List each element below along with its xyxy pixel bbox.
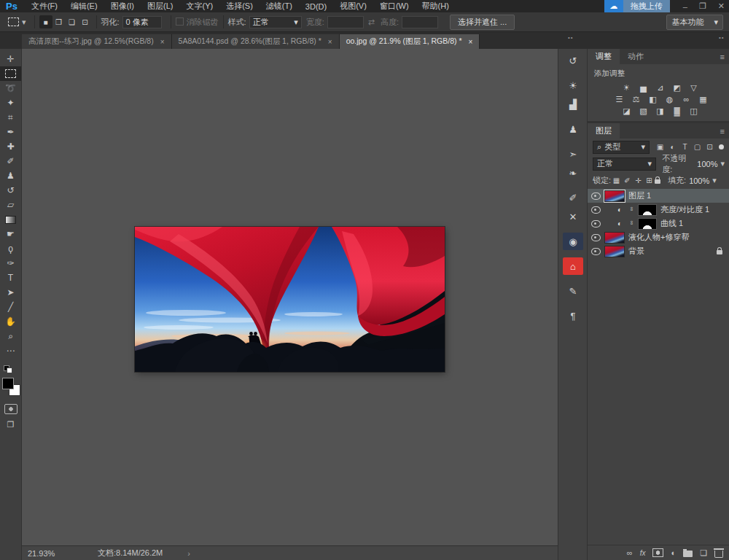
quick-mask-button[interactable] bbox=[4, 404, 17, 414]
mask-link-icon[interactable]: ∞ bbox=[628, 207, 635, 213]
default-colors-icon[interactable] bbox=[2, 365, 20, 372]
tab-document-3-active[interactable]: oo.jpg @ 21.9% (图层 1, RGB/8) *× bbox=[340, 34, 480, 49]
opacity-value[interactable]: 100% bbox=[697, 160, 717, 168]
pen-tool[interactable]: ✑ bbox=[0, 256, 21, 271]
actions-panel-icon[interactable]: ➣ bbox=[563, 145, 583, 163]
filter-pixel-layers-icon[interactable]: ▣ bbox=[654, 143, 666, 151]
tab-document-2[interactable]: 5A8A0144.psd @ 28.6%(图层 1, RGB/8) *× bbox=[172, 34, 340, 49]
menu-file[interactable]: 文件(F) bbox=[25, 0, 64, 12]
visibility-eye-icon[interactable] bbox=[591, 248, 601, 255]
minimize-button[interactable]: – bbox=[683, 2, 687, 11]
filter-smart-objects-icon[interactable]: ⊡ bbox=[703, 143, 716, 151]
panel-menu-icon[interactable]: ≡ bbox=[720, 127, 725, 136]
black-white-icon[interactable]: ◧ bbox=[644, 93, 661, 105]
crop-tool[interactable]: ⌗ bbox=[0, 110, 21, 125]
selective-color-icon[interactable]: ◫ bbox=[685, 105, 702, 117]
mask-link-icon[interactable]: ∞ bbox=[628, 221, 635, 227]
eyedropper-tool[interactable]: ✒ bbox=[0, 125, 21, 139]
blend-mode-select[interactable]: 正常 ▾ bbox=[593, 158, 656, 171]
history-brush-tool[interactable]: ↺ bbox=[0, 183, 21, 198]
layer-mask-thumbnail[interactable] bbox=[638, 218, 657, 230]
brightness-contrast-icon[interactable]: ☀ bbox=[618, 82, 635, 93]
swap-dimensions-icon[interactable]: ⇄ bbox=[368, 18, 375, 27]
intersect-selection-mode[interactable]: ⊡ bbox=[79, 15, 92, 28]
levels-icon[interactable]: ▅ bbox=[635, 82, 652, 93]
line-tool[interactable]: ╱ bbox=[0, 300, 21, 314]
gradient-map-icon[interactable]: ▓ bbox=[668, 105, 685, 117]
menu-edit[interactable]: 编辑(E) bbox=[64, 0, 104, 12]
menu-filter[interactable]: 滤镜(T) bbox=[260, 0, 299, 12]
dock-grip[interactable]: •• bbox=[568, 34, 574, 41]
close-tab-icon[interactable]: × bbox=[328, 38, 332, 46]
tab-layers[interactable]: 图层 bbox=[588, 123, 620, 139]
layer-thumbnail[interactable] bbox=[604, 232, 625, 244]
delete-layer-icon[interactable] bbox=[714, 551, 723, 558]
style-select[interactable]: 正常▾ bbox=[249, 16, 302, 28]
vibrance-icon[interactable]: ▽ bbox=[685, 82, 702, 93]
height-input[interactable] bbox=[402, 16, 438, 28]
move-tool[interactable]: ✛ bbox=[0, 52, 21, 66]
layer-thumbnail[interactable] bbox=[604, 190, 625, 202]
visibility-eye-icon[interactable] bbox=[591, 220, 601, 228]
foreground-color-swatch[interactable] bbox=[2, 378, 14, 389]
layer-row-2[interactable]: ◐ ∞ 亮度/对比度 1 bbox=[588, 203, 729, 217]
tool-presets-panel-icon[interactable]: ✕ bbox=[563, 208, 583, 225]
adjustment-layer-icon[interactable]: ◐ bbox=[615, 219, 625, 228]
character-panel-icon[interactable]: ¶ bbox=[563, 307, 583, 324]
clone-stamp-tool[interactable]: ♟ bbox=[0, 168, 21, 183]
camera-raw-panel-icon[interactable]: ◉ bbox=[563, 233, 583, 250]
edit-extension-panel-icon[interactable]: ✎ bbox=[563, 282, 583, 300]
color-balance-icon[interactable]: ⚖ bbox=[628, 93, 644, 105]
visibility-eye-icon[interactable] bbox=[591, 206, 601, 214]
tool-preset-picker[interactable]: ▾ bbox=[4, 18, 30, 27]
posterize-icon[interactable]: ▧ bbox=[635, 105, 652, 117]
hand-tool[interactable]: ✋ bbox=[0, 314, 21, 329]
color-lookup-icon[interactable]: ▦ bbox=[695, 93, 712, 105]
menu-3d[interactable]: 3D(D) bbox=[299, 0, 333, 12]
dodge-tool[interactable]: ϙ bbox=[0, 241, 21, 256]
document-image[interactable] bbox=[135, 227, 445, 372]
menu-layer[interactable]: 图层(L) bbox=[141, 0, 179, 12]
new-selection-mode[interactable]: ■ bbox=[39, 15, 52, 28]
filter-type-layers-icon[interactable]: T bbox=[679, 143, 691, 151]
edit-toolbar-button[interactable]: ⋯ bbox=[0, 343, 21, 358]
tab-adjustments[interactable]: 调整 bbox=[588, 49, 620, 64]
menu-select[interactable]: 选择(S) bbox=[219, 0, 260, 12]
lock-all-icon[interactable] bbox=[655, 179, 660, 184]
layer-row-4[interactable]: 液化人物+修穿帮 bbox=[588, 230, 729, 244]
lock-pixels-icon[interactable]: ✐ bbox=[622, 176, 633, 184]
visibility-eye-icon[interactable] bbox=[591, 192, 601, 200]
gradient-tool[interactable] bbox=[0, 212, 21, 227]
status-expand-chevron[interactable]: › bbox=[187, 549, 190, 558]
fill-value[interactable]: 100% bbox=[689, 176, 709, 185]
brush-settings-panel-icon[interactable]: ✐ bbox=[563, 189, 583, 206]
add-selection-mode[interactable]: ❐ bbox=[52, 15, 66, 28]
menu-window[interactable]: 窗口(W) bbox=[373, 0, 416, 12]
layer-row-3[interactable]: ◐ ∞ 曲线 1 bbox=[588, 217, 729, 230]
new-adjustment-layer-icon[interactable]: ◐ bbox=[671, 548, 676, 557]
feather-input[interactable]: 0 像素 bbox=[122, 16, 162, 28]
adjustment-layer-icon[interactable]: ◐ bbox=[615, 206, 625, 214]
width-input[interactable] bbox=[327, 16, 364, 28]
photo-filter-icon[interactable]: ◍ bbox=[661, 93, 678, 105]
new-layer-icon[interactable]: ❏ bbox=[700, 548, 707, 558]
chevron-down-icon[interactable]: ▾ bbox=[712, 176, 717, 185]
tab-document-1[interactable]: 高清原图--练习.jpg @ 12.5%(RGB/8)× bbox=[22, 34, 172, 49]
eraser-tool[interactable]: ▱ bbox=[0, 198, 21, 212]
brush-tool[interactable]: ✐ bbox=[0, 154, 21, 168]
workspace-select[interactable]: 基本功能▾ bbox=[666, 15, 723, 30]
invert-icon[interactable]: ◪ bbox=[618, 105, 635, 117]
layer-mask-thumbnail[interactable] bbox=[638, 204, 657, 216]
rectangular-marquee-tool[interactable] bbox=[0, 66, 21, 81]
smudge-tool[interactable]: ☛ bbox=[0, 227, 21, 241]
filter-type-select[interactable]: ⌕ 类型 ▾ bbox=[593, 141, 650, 154]
type-tool[interactable]: T bbox=[0, 271, 21, 285]
panel-menu-icon[interactable]: ≡ bbox=[720, 52, 725, 61]
close-button[interactable]: ✕ bbox=[718, 1, 725, 11]
history-panel-icon[interactable]: ↺ bbox=[563, 52, 583, 69]
menu-view[interactable]: 视图(V) bbox=[333, 0, 373, 12]
menu-help[interactable]: 帮助(H) bbox=[416, 0, 456, 12]
select-and-mask-button[interactable]: 选择并遮住 ... bbox=[450, 15, 515, 30]
spot-healing-brush-tool[interactable]: ✚ bbox=[0, 139, 21, 154]
layer-thumbnail[interactable] bbox=[604, 246, 625, 257]
